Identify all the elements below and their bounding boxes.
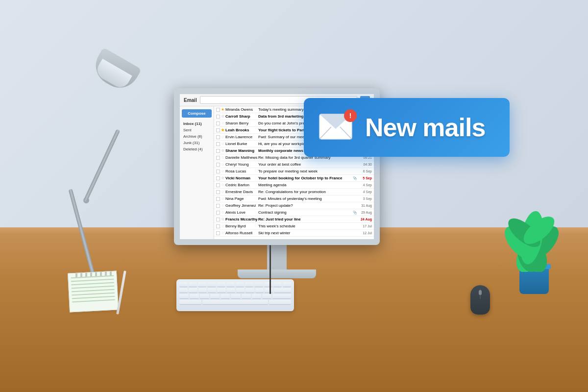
email-sender: Danielle Matthews	[225, 155, 257, 160]
compose-button[interactable]: Compose	[182, 109, 212, 118]
key	[274, 288, 291, 293]
email-subject: Fwd: Minutes of yesterday's meeting	[258, 196, 356, 201]
star-icon[interactable]: ☆	[221, 155, 224, 160]
star-icon[interactable]: ☆	[221, 162, 224, 167]
email-checkbox[interactable]	[216, 149, 220, 153]
email-subject: Meeting agenda	[258, 183, 356, 187]
key	[226, 282, 235, 287]
key	[269, 300, 291, 305]
email-row[interactable]: ☆ Ernestine Davis Re: Congratulations fo…	[214, 189, 374, 196]
email-checkbox[interactable]	[216, 176, 220, 180]
sidebar-item-inbox[interactable]: Inbox (11)	[182, 121, 212, 127]
attachment-icon: 📎	[353, 176, 357, 180]
email-time: 04:30	[358, 163, 372, 166]
key	[210, 294, 220, 299]
star-icon[interactable]: ☆	[221, 135, 224, 139]
email-checkbox[interactable]	[216, 183, 220, 187]
key	[220, 294, 230, 299]
key	[227, 288, 235, 293]
star-icon[interactable]: ★	[221, 107, 224, 112]
key	[198, 288, 207, 293]
email-time: 6 Sep	[358, 170, 372, 173]
sidebar-item-junk[interactable]: Junk (31)	[182, 140, 212, 146]
star-icon[interactable]: ☆	[221, 196, 224, 201]
email-checkbox[interactable]	[216, 122, 220, 125]
star-icon[interactable]: ☆	[221, 203, 224, 208]
email-checkbox[interactable]	[216, 190, 220, 194]
email-sidebar: Compose Inbox (11) Sent Archive (8) Junk…	[180, 106, 214, 239]
email-row[interactable]: ☆ Alfonso Russell Ski trip next winter 1…	[214, 230, 374, 237]
email-row[interactable]: ☆ Rosa Lucas To prepare our meeting next…	[214, 168, 374, 175]
star-icon[interactable]: ☆	[221, 217, 224, 221]
star-icon[interactable]: ☆	[221, 142, 224, 146]
notepad-line	[72, 289, 115, 293]
email-checkbox[interactable]	[216, 211, 220, 215]
email-row[interactable]: ☆ Benny Byrd This week's schedule 17 Jul	[214, 223, 374, 230]
star-icon[interactable]: ☆	[221, 121, 224, 125]
email-row[interactable]: ☆ Cedric Barton Meeting agenda 4 Sep	[214, 182, 374, 189]
attachment-icon: 📎	[353, 211, 357, 215]
email-subject: To prepare our meeting next week	[258, 169, 356, 173]
star-icon[interactable]: ☆	[221, 210, 224, 215]
star-icon[interactable]: ☆	[221, 148, 224, 153]
key	[273, 282, 282, 287]
email-sender: Leah Brooks	[225, 128, 257, 132]
key	[265, 288, 273, 293]
email-checkbox[interactable]	[216, 204, 220, 208]
email-time: 4 Sep	[358, 190, 372, 194]
notification-badge: !	[344, 109, 357, 122]
key	[179, 282, 188, 287]
key	[190, 294, 199, 299]
sidebar-item-deleted[interactable]: Deleted (4)	[182, 146, 212, 152]
key	[245, 282, 253, 287]
email-checkbox[interactable]	[216, 115, 220, 119]
email-row[interactable]: ☆ Alexis Love Contract signing 📎 29 Aug	[214, 209, 374, 216]
email-checkbox[interactable]	[216, 231, 220, 235]
key-row-4	[179, 300, 291, 305]
email-time: 29 Aug	[358, 211, 372, 214]
email-checkbox[interactable]	[216, 128, 220, 132]
key	[252, 294, 261, 299]
notepad-line	[71, 282, 114, 286]
email-subject: This week's schedule	[258, 224, 356, 228]
email-sender: Ernestine Davis	[225, 190, 257, 194]
star-icon[interactable]: ☆	[221, 231, 224, 235]
email-sender: Geoffrey Jimenez	[225, 203, 257, 208]
star-icon[interactable]: ☆	[221, 224, 224, 228]
key	[264, 282, 272, 287]
email-checkbox[interactable]	[216, 170, 220, 173]
email-checkbox[interactable]	[216, 108, 220, 112]
email-checkbox[interactable]	[216, 224, 220, 228]
email-row[interactable]: ☆ Nina Page Fwd: Minutes of yesterday's …	[214, 196, 374, 202]
star-icon[interactable]: ☆	[221, 114, 224, 119]
monitor-stand-base	[238, 270, 316, 278]
key	[236, 288, 245, 293]
email-sender: Cedric Barton	[225, 183, 257, 187]
email-row[interactable]: ☆ Cheryl Young Your order at best coffee…	[214, 161, 374, 168]
star-icon[interactable]: ☆	[221, 169, 224, 173]
app-title: Email	[184, 98, 197, 103]
email-checkbox[interactable]	[216, 197, 220, 201]
key	[179, 288, 188, 293]
email-checkbox[interactable]	[216, 163, 220, 167]
email-sender: Alfonso Russell	[225, 231, 257, 235]
email-checkbox[interactable]	[216, 142, 220, 146]
notepad-line	[72, 296, 115, 299]
star-icon[interactable]: ☆	[221, 190, 224, 194]
sidebar-item-sent[interactable]: Sent	[182, 127, 212, 133]
email-subject: Contract signing	[258, 210, 352, 215]
sidebar-item-archive[interactable]: Archive (8)	[182, 133, 212, 140]
email-row[interactable]: ☆ Geoffrey Jimenez Re: Project update? 3…	[214, 202, 374, 209]
star-icon[interactable]: ☆	[221, 176, 224, 180]
star-icon[interactable]: ★	[221, 128, 224, 132]
email-checkbox[interactable]	[216, 218, 220, 221]
email-row[interactable]: ☆ Francis Mccarthy Re: Just tried your l…	[214, 216, 374, 223]
email-checkbox[interactable]	[216, 156, 220, 160]
new-mails-notification: ! New mails	[304, 98, 510, 157]
email-checkbox[interactable]	[216, 135, 220, 139]
email-sender: Alexis Love	[225, 210, 257, 215]
email-row[interactable]: ☆ Vicki Norman Your hotel booking for Oc…	[214, 175, 374, 182]
keyboard-keys	[176, 279, 294, 308]
key	[217, 282, 225, 287]
star-icon[interactable]: ☆	[221, 183, 224, 187]
